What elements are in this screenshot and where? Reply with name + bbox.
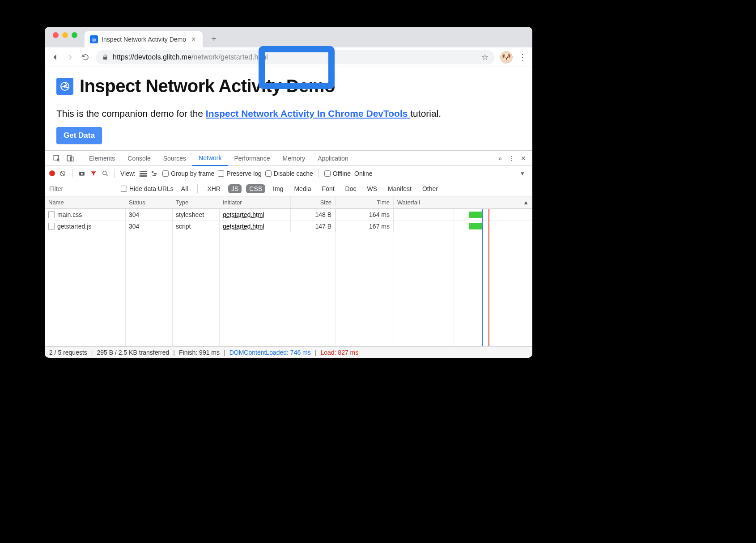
page-content: Inspect Network Activity Demo This is th… xyxy=(45,67,532,150)
clear-button[interactable] xyxy=(59,170,67,178)
large-rows-icon[interactable] xyxy=(139,170,147,178)
device-toolbar-icon[interactable] xyxy=(66,154,74,162)
network-table: Name Status Type Initiator Size Time Wat… xyxy=(45,196,532,346)
record-button[interactable] xyxy=(49,170,55,176)
offline-checkbox[interactable]: Offline xyxy=(324,170,351,177)
minimize-window-button[interactable] xyxy=(62,32,68,38)
bookmark-star-icon[interactable]: ☆ xyxy=(481,52,488,62)
more-tabs-icon[interactable]: » xyxy=(498,155,502,162)
col-time[interactable]: Time xyxy=(336,196,394,208)
col-waterfall[interactable]: Waterfall▲ xyxy=(394,196,532,208)
initiator-link[interactable]: getstarted.html xyxy=(223,211,264,218)
group-by-frame-checkbox[interactable]: Group by frame xyxy=(162,170,214,177)
devtools-tab-bar: Elements Console Sources Network Perform… xyxy=(45,151,532,166)
preserve-log-checkbox[interactable]: Preserve log xyxy=(218,170,262,177)
window-controls xyxy=(50,32,82,42)
svg-rect-12 xyxy=(152,171,153,173)
network-status-bar: 2 / 5 requests| 295 B / 2.5 KB transferr… xyxy=(45,346,532,358)
tab-application[interactable]: Application xyxy=(311,151,355,166)
toolbar-overflow-icon[interactable]: ▼ xyxy=(520,170,528,177)
tab-elements[interactable]: Elements xyxy=(83,151,121,166)
forward-button[interactable] xyxy=(65,52,75,62)
devtools-menu-icon[interactable]: ⋮ xyxy=(508,155,514,162)
filter-type-manifest[interactable]: Manifest xyxy=(385,184,415,193)
waterfall-cell xyxy=(394,221,532,232)
close-window-button[interactable] xyxy=(53,32,59,38)
browser-tab[interactable]: ◎ Inspect Network Activity Demo × xyxy=(85,31,203,47)
filter-type-font[interactable]: Font xyxy=(319,184,338,193)
tab-performance[interactable]: Performance xyxy=(228,151,276,166)
browser-window: ◎ Inspect Network Activity Demo × + http… xyxy=(45,27,532,358)
devtools-panel: Elements Console Sources Network Perform… xyxy=(45,150,532,358)
page-title: Inspect Network Activity Demo xyxy=(80,76,335,96)
profile-avatar[interactable]: 🐶 xyxy=(500,51,513,64)
col-type[interactable]: Type xyxy=(172,196,219,208)
col-initiator[interactable]: Initiator xyxy=(219,196,291,208)
inspect-element-icon[interactable] xyxy=(53,154,61,162)
view-label: View: xyxy=(120,170,136,177)
svg-rect-9 xyxy=(140,171,147,172)
filter-type-ws[interactable]: WS xyxy=(364,184,381,193)
tab-title: Inspect Network Activity Demo xyxy=(102,36,186,43)
initiator-link[interactable]: getstarted.html xyxy=(223,223,264,230)
url-text: https://devtools.glitch.me/network/getst… xyxy=(113,53,268,61)
table-header: Name Status Type Initiator Size Time Wat… xyxy=(45,196,532,209)
disable-cache-checkbox[interactable]: Disable cache xyxy=(265,170,313,177)
overview-icon[interactable] xyxy=(151,170,159,178)
filter-input[interactable] xyxy=(49,184,116,194)
svg-rect-11 xyxy=(140,175,147,177)
tab-network[interactable]: Network xyxy=(192,151,228,166)
filter-icon[interactable] xyxy=(89,170,98,178)
hide-data-urls-checkbox[interactable]: Hide data URLs xyxy=(121,185,174,192)
new-tab-button[interactable]: + xyxy=(207,32,221,46)
maximize-window-button[interactable] xyxy=(72,32,77,38)
browser-menu-button[interactable]: ⋮ xyxy=(518,52,527,63)
col-name[interactable]: Name xyxy=(45,196,125,208)
filter-type-xhr[interactable]: XHR xyxy=(204,184,224,193)
search-icon[interactable] xyxy=(101,170,109,178)
svg-point-7 xyxy=(81,173,83,175)
file-icon xyxy=(48,223,55,230)
filter-type-doc[interactable]: Doc xyxy=(342,184,360,193)
col-status[interactable]: Status xyxy=(125,196,172,208)
filter-type-other[interactable]: Other xyxy=(419,184,441,193)
svg-rect-13 xyxy=(154,173,157,174)
filter-type-media[interactable]: Media xyxy=(291,184,314,193)
filter-type-all[interactable]: All xyxy=(178,184,191,193)
svg-rect-10 xyxy=(140,173,147,174)
tutorial-link[interactable]: Inspect Network Activity In Chrome DevTo… xyxy=(206,108,410,119)
back-button[interactable] xyxy=(50,52,60,62)
svg-point-8 xyxy=(103,171,106,175)
address-bar[interactable]: https://devtools.glitch.me/network/getst… xyxy=(96,50,495,64)
table-row[interactable]: getstarted.js 304 script getstarted.html… xyxy=(45,221,532,232)
reload-button[interactable] xyxy=(81,52,90,62)
network-filter-bar: Hide data URLs All XHR JS CSS Img Media … xyxy=(45,181,532,196)
filter-type-img[interactable]: Img xyxy=(270,184,286,193)
svg-rect-14 xyxy=(153,175,156,176)
filter-type-css[interactable]: CSS xyxy=(246,184,265,193)
table-body: main.css 304 stylesheet getstarted.html … xyxy=(45,209,532,346)
file-icon xyxy=(48,211,55,218)
table-row[interactable]: main.css 304 stylesheet getstarted.html … xyxy=(45,209,532,221)
lock-icon xyxy=(102,54,108,60)
get-data-button[interactable]: Get Data xyxy=(56,127,102,144)
filter-type-js[interactable]: JS xyxy=(228,184,242,193)
screenshots-icon[interactable] xyxy=(78,170,86,178)
browser-toolbar: https://devtools.glitch.me/network/getst… xyxy=(45,47,532,67)
close-tab-button[interactable]: × xyxy=(190,35,197,43)
col-size[interactable]: Size xyxy=(291,196,336,208)
page-subtitle: This is the companion demo for the Inspe… xyxy=(56,107,521,120)
tab-sources[interactable]: Sources xyxy=(157,151,192,166)
tab-console[interactable]: Console xyxy=(121,151,157,166)
page-hero-icon xyxy=(56,78,73,95)
waterfall-cell xyxy=(394,209,532,220)
close-devtools-icon[interactable]: ✕ xyxy=(521,155,526,162)
network-toolbar: View: Group by frame Preserve log Disabl… xyxy=(45,166,532,181)
throttling-select[interactable]: Online xyxy=(354,170,372,177)
tab-memory[interactable]: Memory xyxy=(276,151,312,166)
favicon-icon: ◎ xyxy=(90,35,98,43)
tab-strip: ◎ Inspect Network Activity Demo × + xyxy=(45,27,532,47)
